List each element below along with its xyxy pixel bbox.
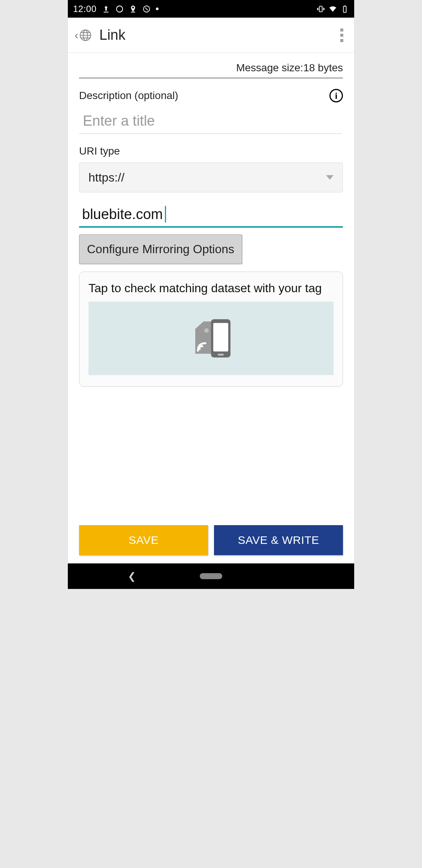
nav-home-pill[interactable] — [200, 573, 222, 579]
kebab-dot-icon — [340, 39, 343, 42]
svg-rect-9 — [213, 323, 228, 351]
save-button[interactable]: SAVE — [79, 525, 208, 555]
uri-type-selected: https:// — [88, 171, 124, 185]
text-cursor — [165, 206, 166, 222]
back-button[interactable]: ‹ — [75, 29, 92, 42]
nav-back-button[interactable]: ❮ — [128, 571, 136, 582]
content-area: Message size:18 bytes Description (optio… — [68, 53, 354, 563]
app-bar: ‹ Link — [68, 18, 354, 53]
description-label: Description (optional) — [79, 90, 178, 102]
wifi-icon — [329, 5, 337, 13]
notification-dot-icon — [156, 8, 159, 10]
overflow-menu-button[interactable] — [336, 29, 347, 42]
battery-icon — [341, 5, 349, 13]
message-size-value: 18 bytes — [303, 62, 343, 74]
upload-icon — [102, 5, 110, 13]
svg-rect-4 — [344, 5, 346, 6]
url-input[interactable]: bluebite.com — [79, 201, 343, 228]
description-input[interactable] — [79, 108, 342, 134]
android-nav-bar: ❮ — [68, 563, 354, 589]
aperture-icon — [115, 5, 124, 13]
kebab-dot-icon — [340, 34, 343, 37]
location-icon — [129, 5, 137, 13]
save-and-write-button[interactable]: SAVE & WRITE — [214, 525, 343, 555]
status-bar: 12:00 — [68, 0, 354, 18]
svg-rect-2 — [319, 6, 322, 12]
configure-mirroring-button[interactable]: Configure Mirroring Options — [79, 234, 242, 264]
button-row: SAVE SAVE & WRITE — [79, 525, 343, 563]
uri-type-label: URI type — [79, 145, 343, 157]
url-value: bluebite.com — [82, 206, 163, 222]
svg-rect-3 — [343, 6, 346, 12]
message-size-label: Message size: — [236, 62, 303, 74]
nfc-tag-phone-icon — [189, 318, 233, 359]
chevron-down-icon — [326, 175, 334, 180]
phone-frame: 12:00 ‹ Link Message size:18 bytes — [68, 0, 354, 589]
message-size-row: Message size:18 bytes — [79, 53, 343, 78]
chevron-left-icon: ‹ — [75, 29, 78, 42]
sync-off-icon — [142, 5, 151, 13]
clock: 12:00 — [73, 4, 97, 14]
vibrate-icon — [317, 5, 325, 13]
page-title: Link — [99, 27, 126, 43]
svg-point-7 — [204, 328, 209, 333]
tap-area[interactable] — [88, 302, 334, 375]
uri-type-dropdown[interactable]: https:// — [79, 162, 343, 192]
kebab-dot-icon — [340, 29, 343, 32]
tap-check-text: Tap to check matching dataset with your … — [88, 280, 334, 296]
info-icon[interactable]: i — [329, 89, 343, 102]
globe-icon — [79, 29, 92, 42]
svg-rect-10 — [218, 354, 224, 356]
tap-check-card[interactable]: Tap to check matching dataset with your … — [79, 272, 343, 387]
